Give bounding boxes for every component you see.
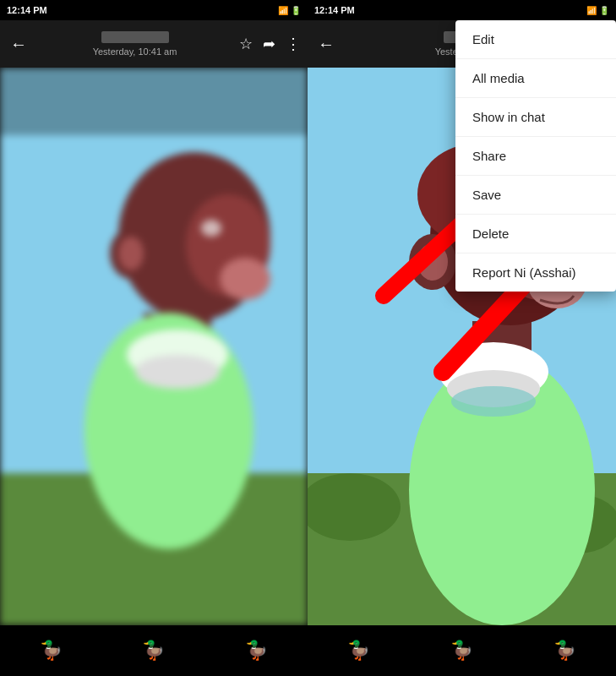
status-icons-left: 📶 🔋 bbox=[278, 6, 301, 15]
bottom-icon-2-right[interactable]: 🦆 bbox=[450, 640, 473, 662]
menu-item-delete[interactable]: Delete bbox=[455, 215, 616, 254]
bottom-icon-3-left[interactable]: 🦆 bbox=[245, 640, 268, 662]
top-bar-actions-left: ☆ ➦ ⋮ bbox=[239, 35, 301, 53]
status-icons-right: 📶 🔋 bbox=[586, 6, 609, 15]
svg-point-7 bbox=[220, 258, 270, 300]
timestamp-left: Yesterday, 10:41 am bbox=[93, 46, 177, 57]
svg-point-21 bbox=[451, 386, 536, 417]
signal-icon: 📶 bbox=[278, 6, 288, 15]
context-menu: Edit All media Show in chat Share Save D… bbox=[455, 20, 616, 292]
menu-item-all-media[interactable]: All media bbox=[455, 59, 616, 98]
time-left: 12:14 PM bbox=[7, 5, 47, 15]
signal-icon-right: 📶 bbox=[586, 6, 597, 15]
svg-point-11 bbox=[135, 355, 220, 389]
bottom-icon-1-left[interactable]: 🦆 bbox=[40, 640, 63, 662]
status-bar-right: 12:14 PM 📶 🔋 bbox=[308, 0, 616, 20]
menu-item-report[interactable]: Report Ni (Asshai) bbox=[455, 254, 616, 292]
menu-item-save[interactable]: Save bbox=[455, 176, 616, 215]
bottom-icon-3-right[interactable]: 🦆 bbox=[553, 640, 576, 662]
right-panel: 12:14 PM 📶 🔋 ← Yesterday, 10:41 am Edit … bbox=[308, 0, 616, 676]
svg-point-26 bbox=[417, 243, 448, 281]
battery-icon-right: 🔋 bbox=[599, 6, 609, 15]
bottom-icon-1-right[interactable]: 🦆 bbox=[347, 640, 370, 662]
battery-icon: 🔋 bbox=[291, 6, 301, 15]
left-panel: 12:14 PM 📶 🔋 ← Yesterday, 10:41 am ☆ ➦ ⋮ bbox=[0, 0, 308, 676]
bottom-bar-left: 🦆 🦆 🦆 bbox=[0, 625, 308, 676]
top-bar-left: ← Yesterday, 10:41 am ☆ ➦ ⋮ bbox=[0, 20, 308, 68]
menu-item-share[interactable]: Share bbox=[455, 137, 616, 176]
menu-item-show-in-chat[interactable]: Show in chat bbox=[455, 98, 616, 137]
svg-point-5 bbox=[118, 237, 144, 270]
back-button-right[interactable]: ← bbox=[314, 31, 338, 57]
svg-rect-12 bbox=[0, 68, 308, 135]
avatar-left bbox=[101, 31, 169, 43]
image-area-left bbox=[0, 68, 308, 625]
bottom-bar-right: 🦆 🦆 🦆 bbox=[308, 625, 616, 676]
menu-item-edit[interactable]: Edit bbox=[455, 20, 616, 59]
share-icon[interactable]: ➦ bbox=[263, 35, 275, 53]
status-bar-left: 12:14 PM 📶 🔋 bbox=[0, 0, 308, 20]
time-right: 12:14 PM bbox=[314, 5, 355, 15]
back-button-left[interactable]: ← bbox=[7, 31, 30, 57]
svg-point-6 bbox=[201, 220, 221, 237]
bottom-icon-2-left[interactable]: 🦆 bbox=[142, 640, 165, 662]
more-icon[interactable]: ⋮ bbox=[286, 35, 301, 53]
star-icon[interactable]: ☆ bbox=[239, 35, 253, 53]
contact-info-left: Yesterday, 10:41 am bbox=[37, 31, 232, 57]
